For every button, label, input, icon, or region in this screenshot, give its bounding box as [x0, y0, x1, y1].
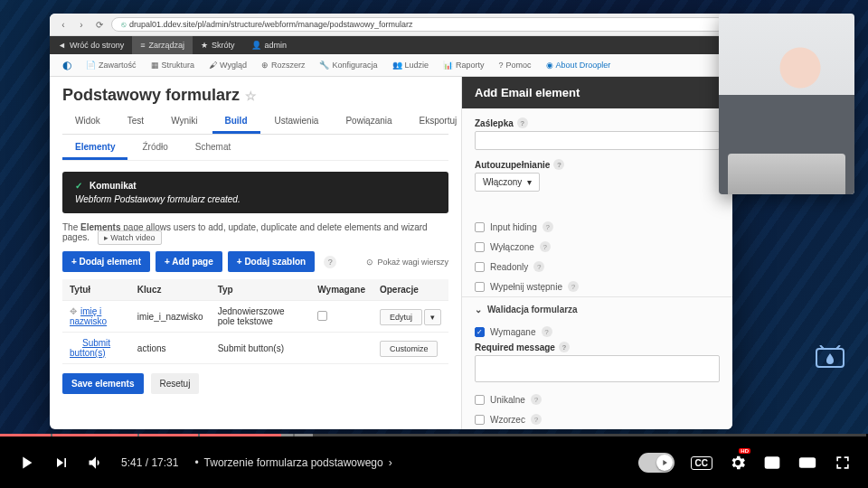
disabled-checkbox[interactable] — [475, 242, 485, 252]
progress-track[interactable] — [0, 434, 868, 436]
status-body: Webform Podstawowy formularz created. — [75, 194, 436, 204]
tab-results[interactable]: Wyniki — [158, 110, 210, 134]
unique-checkbox[interactable] — [475, 395, 485, 405]
watch-video-button[interactable]: ▸ Watch video — [98, 230, 162, 245]
user-menu[interactable]: 👤admin — [243, 36, 296, 54]
tab-references[interactable]: Powiązania — [333, 110, 404, 134]
hd-badge: HD — [739, 448, 750, 454]
required-message-input[interactable] — [475, 355, 720, 382]
tab-build[interactable]: Build — [212, 110, 260, 134]
subtab-source[interactable]: Źródło — [129, 136, 180, 160]
time-display: 5:41 / 17:31 — [121, 456, 178, 469]
placeholder-input[interactable] — [475, 131, 720, 150]
element-key: actions — [130, 333, 211, 364]
miniplayer-button[interactable] — [763, 454, 781, 472]
captions-button[interactable]: CC — [691, 456, 712, 470]
drupal-logo-icon[interactable]: ◐ — [55, 54, 79, 76]
menu-about[interactable]: ◉ About Droopler — [539, 56, 618, 74]
drag-handle-icon[interactable]: ✥ — [70, 306, 77, 316]
help-icon[interactable]: ? — [568, 281, 579, 292]
browser-toolbar: ‹ › ⟳ ⎋ drupal01.ddev.site/pl/admin/stru… — [50, 14, 732, 36]
chapter-title[interactable]: • Tworzenie formularza podstawowego › — [194, 456, 392, 469]
favorite-star-icon[interactable]: ☆ — [245, 89, 257, 103]
menu-content[interactable]: 📄 Zawartość — [79, 56, 144, 74]
input-hiding-checkbox[interactable] — [475, 222, 485, 232]
manage-menu[interactable]: ≡Zarządzaj — [132, 36, 193, 54]
help-icon[interactable]: ? — [542, 326, 552, 337]
list-icon: ⊙ — [366, 258, 373, 267]
help-icon[interactable]: ? — [542, 221, 553, 232]
volume-button[interactable] — [87, 454, 105, 472]
admin-menubar: ◐ 📄 Zawartość ▦ Struktura 🖌 Wygląd ⊕ Roz… — [50, 54, 732, 77]
subtab-elements[interactable]: Elementy — [62, 136, 127, 160]
menu-reports[interactable]: 📊 Raporty — [436, 56, 492, 74]
input-hiding-label: Input hiding — [490, 222, 537, 232]
tab-view[interactable]: Widok — [62, 110, 113, 134]
nav-back-icon[interactable]: ‹ — [57, 20, 70, 30]
reset-button[interactable]: Resetuj — [151, 373, 200, 394]
autocomplete-select[interactable]: Włączony▾ — [475, 173, 540, 192]
theater-button[interactable] — [797, 454, 817, 472]
address-bar[interactable]: ⎋ drupal01.ddev.site/pl/admin/structure/… — [111, 17, 725, 32]
help-icon[interactable]: ? — [517, 117, 528, 128]
required-label: Wymagane — [490, 327, 536, 337]
menu-appearance[interactable]: 🖌 Wygląd — [202, 56, 254, 74]
tab-settings[interactable]: Ustawienia — [262, 110, 332, 134]
add-element-button[interactable]: + Dodaj element — [62, 251, 150, 272]
col-ops: Operacje — [373, 279, 448, 301]
add-page-button[interactable]: + Add page — [156, 251, 222, 272]
validation-section[interactable]: ⌄Walidacja formularza — [462, 296, 732, 322]
chevron-left-icon: ◄ — [58, 41, 66, 50]
readonly-checkbox[interactable] — [475, 262, 485, 272]
manage-label: Zarządzaj — [149, 41, 185, 50]
required-checkbox[interactable]: ✓ — [475, 327, 485, 337]
hamburger-icon: ≡ — [140, 41, 145, 50]
menu-help[interactable]: ? Pomoc — [492, 56, 539, 74]
side-panel: Add Email element Zaślepka? Autouzupełni… — [461, 77, 732, 429]
star-icon: ★ — [201, 41, 208, 50]
secondary-tabs: Elementy Źródło Schemat — [62, 136, 448, 161]
tab-test[interactable]: Test — [115, 110, 156, 134]
show-weights-link[interactable]: ⊙Pokaż wagi wierszy — [366, 258, 448, 267]
prepopulate-label: Wypełnij wstępnie — [490, 282, 562, 292]
shortcuts-menu[interactable]: ★Skróty — [193, 36, 243, 54]
fullscreen-button[interactable] — [834, 454, 852, 472]
play-button[interactable] — [16, 453, 36, 473]
add-template-button[interactable]: + Dodaj szablon — [228, 251, 315, 272]
col-type: Typ — [211, 279, 311, 301]
pattern-checkbox[interactable] — [475, 415, 485, 425]
shortcuts-label: Skróty — [212, 41, 235, 50]
element-title-link[interactable]: Submit button(s) — [70, 338, 110, 358]
edit-button[interactable]: Edytuj — [380, 309, 422, 325]
menu-people[interactable]: 👥 Ludzie — [385, 56, 437, 74]
help-icon[interactable]: ? — [531, 394, 542, 405]
help-icon[interactable]: ? — [324, 256, 336, 268]
next-button[interactable] — [52, 454, 71, 472]
lock-icon: ⎋ — [121, 20, 126, 29]
help-icon[interactable]: ? — [540, 241, 551, 252]
customize-button[interactable]: Customize — [380, 341, 439, 357]
table-row: Submit button(s) actions Submit button(s… — [62, 333, 448, 364]
prepopulate-checkbox[interactable] — [475, 282, 485, 292]
ops-dropdown-icon[interactable]: ▾ — [424, 309, 441, 325]
nav-reload-icon[interactable]: ⟳ — [93, 20, 106, 30]
col-required: Wymagane — [310, 279, 373, 301]
help-icon[interactable]: ? — [533, 261, 544, 272]
menu-structure[interactable]: ▦ Struktura — [144, 56, 203, 74]
primary-tabs: Widok Test Wyniki Build Ustawienia Powią… — [62, 110, 448, 135]
help-icon[interactable]: ? — [553, 159, 564, 170]
chevron-down-icon: ▾ — [527, 177, 532, 187]
settings-button[interactable]: HD — [729, 454, 747, 472]
autoplay-toggle[interactable] — [638, 453, 675, 473]
menu-config[interactable]: 🔧 Konfiguracja — [312, 56, 384, 74]
save-elements-button[interactable]: Save elements — [62, 373, 144, 394]
menu-extend[interactable]: ⊕ Rozszerz — [254, 56, 313, 74]
tab-export[interactable]: Eksportuj — [407, 110, 461, 134]
required-checkbox[interactable] — [317, 311, 327, 321]
status-title: Komunikat — [90, 181, 137, 191]
subtab-schema[interactable]: Schemat — [183, 136, 243, 160]
help-icon[interactable]: ? — [559, 342, 570, 352]
help-icon[interactable]: ? — [531, 414, 542, 425]
back-to-site[interactable]: ◄Wróć do strony — [50, 36, 132, 54]
nav-fwd-icon[interactable]: › — [75, 20, 88, 30]
